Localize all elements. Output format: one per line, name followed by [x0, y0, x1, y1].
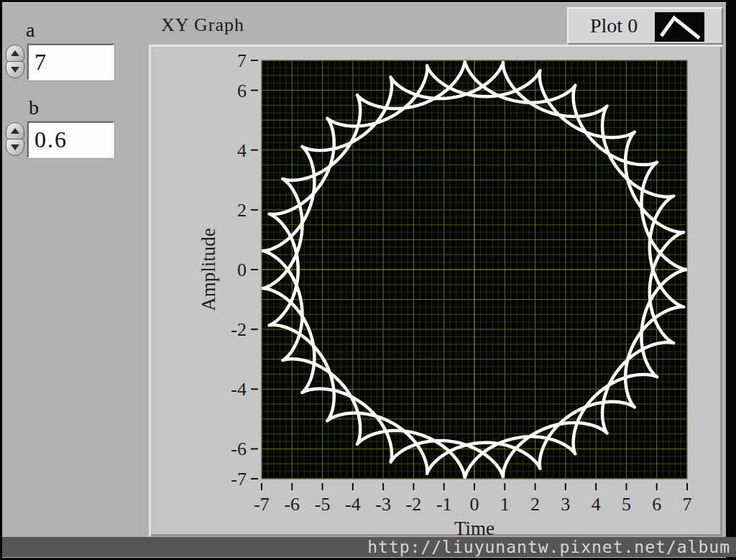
x-tick-label: 5	[622, 494, 631, 515]
x-tick-label: 1	[500, 494, 510, 515]
control-b-spinner	[6, 122, 24, 157]
graph-title: XY Graph	[161, 14, 244, 36]
plot-line-sample-icon	[654, 12, 705, 42]
control-b-value: 0.6	[34, 123, 68, 157]
x-tick-label: -1	[436, 494, 452, 515]
decrement-button[interactable]	[6, 61, 24, 78]
arrow-down-icon	[11, 144, 19, 150]
y-tick-label: -2	[231, 319, 247, 340]
control-b-field[interactable]: 0.6	[27, 121, 114, 158]
x-tick-label: 3	[561, 494, 570, 515]
y-tick-label: -7	[231, 469, 247, 490]
x-tick-label: -6	[284, 494, 300, 515]
x-tick-label: 0	[470, 494, 479, 515]
y-axis-label: Amplitude	[198, 228, 219, 311]
x-tick-label: -2	[406, 494, 422, 515]
labview-window: a 7 b 0.6 XY Graph Plot 0 -7-6-5-4-3-2-1…	[0, 0, 736, 560]
control-b-label: b	[29, 96, 39, 119]
x-tick-label: 6	[652, 494, 661, 515]
plot-legend-label: Plot 0	[590, 9, 638, 43]
control-a-label: a	[26, 19, 34, 42]
arrow-up-icon	[11, 50, 19, 56]
y-tick-label: 0	[237, 260, 247, 280]
increment-button[interactable]	[6, 122, 24, 139]
y-tick-label: 4	[237, 140, 247, 161]
plot-legend[interactable]: Plot 0	[567, 7, 723, 45]
xy-graph-indicator: -7-6-5-4-3-2-10123456776420-2-4-6-7TimeA…	[149, 45, 722, 536]
x-tick-label: 7	[683, 494, 692, 515]
watermark-bar: http://liuyunantw.pixnet.net/album	[2, 537, 736, 557]
decrement-button[interactable]	[6, 139, 24, 156]
control-a-field[interactable]: 7	[27, 44, 114, 81]
y-tick-label: 6	[237, 81, 247, 101]
arrow-down-icon	[11, 67, 19, 73]
x-tick-label: 4	[592, 494, 601, 515]
xy-graph-plot: -7-6-5-4-3-2-10123456776420-2-4-6-7TimeA…	[149, 45, 722, 536]
x-tick-label: 2	[530, 494, 540, 515]
control-a-value: 7	[34, 45, 47, 79]
y-tick-label: -4	[231, 379, 247, 400]
x-tick-label: -7	[254, 494, 270, 515]
x-tick-label: -4	[345, 494, 361, 515]
x-tick-label: -5	[315, 494, 331, 515]
control-a-spinner	[6, 45, 24, 79]
x-axis-label: Time	[454, 518, 494, 536]
y-tick-label: -6	[231, 439, 247, 459]
watermark-url: http://liuyunantw.pixnet.net/album	[367, 538, 736, 556]
y-tick-label: 2	[237, 200, 247, 221]
y-tick-label: 7	[237, 50, 247, 71]
increment-button[interactable]	[6, 45, 24, 62]
x-tick-label: -3	[375, 494, 391, 515]
arrow-up-icon	[11, 128, 19, 134]
